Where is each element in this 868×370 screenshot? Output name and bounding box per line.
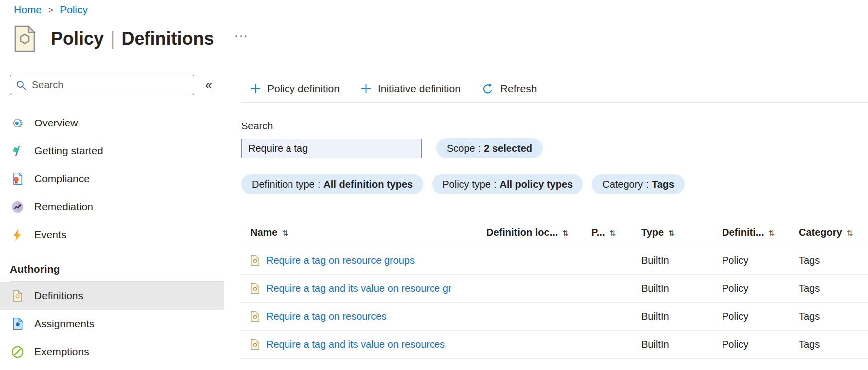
- column-label: Type: [641, 227, 664, 238]
- breadcrumb-home-link[interactable]: Home: [14, 4, 42, 16]
- pill-separator: :: [494, 179, 497, 190]
- pill-label: Scope: [447, 143, 475, 154]
- definitions-search-input[interactable]: [241, 139, 422, 158]
- definition-name-link[interactable]: Require a tag and its value on resources: [266, 339, 445, 350]
- sidebar-item-label: Remediation: [34, 201, 93, 213]
- breadcrumb: Home > Policy: [14, 4, 88, 16]
- column-label: Definition loc...: [486, 227, 558, 238]
- column-header-definition-location[interactable]: Definition loc... ⇅: [486, 227, 591, 238]
- sort-icon[interactable]: ⇅: [562, 228, 569, 238]
- table-row: Require a tag and its value on resources…: [241, 331, 868, 359]
- column-header-category[interactable]: Category ⇅: [799, 227, 868, 238]
- page-header: Policy | Definitions: [13, 25, 214, 53]
- definition-name-link[interactable]: Require a tag on resource groups: [266, 255, 415, 266]
- breadcrumb-policy-link[interactable]: Policy: [60, 4, 88, 16]
- sort-icon[interactable]: ⇅: [282, 228, 288, 238]
- sidebar-item-exemptions[interactable]: Exemptions: [0, 338, 224, 366]
- sidebar: « Overview Ge: [0, 75, 224, 366]
- toolbar-button-label: Initiative definition: [378, 83, 461, 95]
- policy-type-filter-pill[interactable]: Policy type : All policy types: [432, 174, 583, 194]
- sort-icon[interactable]: ⇅: [768, 228, 775, 238]
- remediation-icon: [11, 200, 24, 214]
- definition-type-filter-pill[interactable]: Definition type : All definition types: [241, 174, 423, 194]
- column-label: P...: [591, 227, 605, 238]
- events-icon: [11, 228, 24, 242]
- sidebar-item-remediation[interactable]: Remediation: [0, 193, 224, 221]
- sidebar-item-getting-started[interactable]: Getting started: [0, 137, 224, 165]
- category-cell: Tags: [799, 311, 868, 322]
- column-header-name[interactable]: Name ⇅: [241, 227, 486, 238]
- table-row: Require a tag on resources BuiltIn Polic…: [241, 303, 868, 331]
- sidebar-item-label: Compliance: [34, 173, 90, 185]
- sidebar-item-overview[interactable]: Overview: [0, 109, 224, 137]
- type-cell: BuiltIn: [641, 311, 722, 322]
- command-bar: Policy definition Initiative definition …: [241, 75, 868, 103]
- column-header-policies[interactable]: P... ⇅: [591, 227, 641, 238]
- sidebar-nav: Overview Getting started: [0, 109, 224, 366]
- type-cell: BuiltIn: [641, 283, 722, 294]
- definition-name-link[interactable]: Require a tag and its value on resource …: [266, 283, 451, 294]
- definition-type-cell: Policy: [722, 283, 799, 294]
- main-content: Policy definition Initiative definition …: [241, 75, 868, 359]
- pill-label: Definition type: [252, 179, 315, 190]
- category-cell: Tags: [799, 339, 868, 350]
- column-header-definition-type[interactable]: Definiti... ⇅: [722, 227, 799, 238]
- sidebar-search-input[interactable]: [32, 79, 188, 91]
- sidebar-item-label: Getting started: [34, 145, 103, 157]
- sidebar-section-authoring: Authoring: [0, 257, 224, 281]
- definition-type-cell: Policy: [722, 255, 799, 266]
- definitions-table: Name ⇅ Definition loc... ⇅ P... ⇅ Type ⇅…: [241, 218, 868, 359]
- type-cell: BuiltIn: [641, 255, 722, 266]
- sidebar-item-label: Events: [34, 229, 66, 241]
- page-title-policy: Policy: [51, 28, 104, 49]
- policy-definition-icon: [250, 311, 260, 322]
- refresh-icon: [482, 83, 494, 95]
- sidebar-item-label: Definitions: [34, 290, 83, 302]
- page-title-separator: |: [110, 28, 115, 49]
- definition-name-link[interactable]: Require a tag on resources: [266, 311, 386, 322]
- sort-icon[interactable]: ⇅: [609, 228, 616, 238]
- pill-value: Tags: [652, 179, 674, 190]
- pill-value: All definition types: [323, 179, 413, 190]
- pill-separator: :: [646, 179, 649, 190]
- sort-icon[interactable]: ⇅: [668, 228, 675, 238]
- sidebar-item-label: Exemptions: [34, 346, 89, 358]
- pill-label: Category: [602, 179, 643, 190]
- column-label: Definiti...: [722, 227, 764, 238]
- sort-icon[interactable]: ⇅: [847, 228, 853, 238]
- pill-separator: :: [318, 179, 321, 190]
- sidebar-item-definitions[interactable]: Definitions: [0, 282, 224, 310]
- pill-value: 2 selected: [484, 143, 532, 154]
- toolbar-button-label: Refresh: [500, 83, 537, 95]
- column-label: Name: [250, 227, 277, 238]
- exemptions-icon: [11, 345, 24, 359]
- getting-started-icon: [11, 144, 24, 158]
- category-cell: Tags: [799, 255, 868, 266]
- filter-pills-row: Definition type : All definition types P…: [241, 174, 868, 194]
- search-label: Search: [241, 121, 868, 132]
- plus-icon: [250, 83, 261, 94]
- category-filter-pill[interactable]: Category : Tags: [592, 174, 685, 194]
- sidebar-item-events[interactable]: Events: [0, 221, 224, 248]
- definition-type-cell: Policy: [722, 311, 799, 322]
- assignments-icon: [11, 317, 24, 331]
- column-header-type[interactable]: Type ⇅: [641, 227, 722, 238]
- scope-filter-pill[interactable]: Scope : 2 selected: [436, 138, 543, 158]
- sidebar-item-label: Assignments: [34, 318, 94, 330]
- sidebar-item-assignments[interactable]: Assignments: [0, 310, 224, 338]
- pill-value: All policy types: [500, 179, 573, 190]
- search-icon: [16, 80, 27, 91]
- more-options-icon[interactable]: ···: [234, 29, 249, 42]
- table-body: Require a tag on resource groups BuiltIn…: [241, 247, 868, 359]
- refresh-button[interactable]: Refresh: [482, 83, 537, 95]
- policy-page-icon: [13, 25, 37, 53]
- collapse-sidebar-icon[interactable]: «: [205, 79, 212, 91]
- definitions-icon: [11, 289, 24, 303]
- pill-separator: :: [478, 143, 481, 154]
- definition-type-cell: Policy: [722, 339, 799, 350]
- sidebar-item-compliance[interactable]: Compliance: [0, 165, 224, 193]
- policy-definition-button[interactable]: Policy definition: [250, 83, 340, 95]
- initiative-definition-button[interactable]: Initiative definition: [361, 83, 461, 95]
- overview-icon: [11, 117, 24, 130]
- sidebar-searchbox[interactable]: [10, 75, 194, 95]
